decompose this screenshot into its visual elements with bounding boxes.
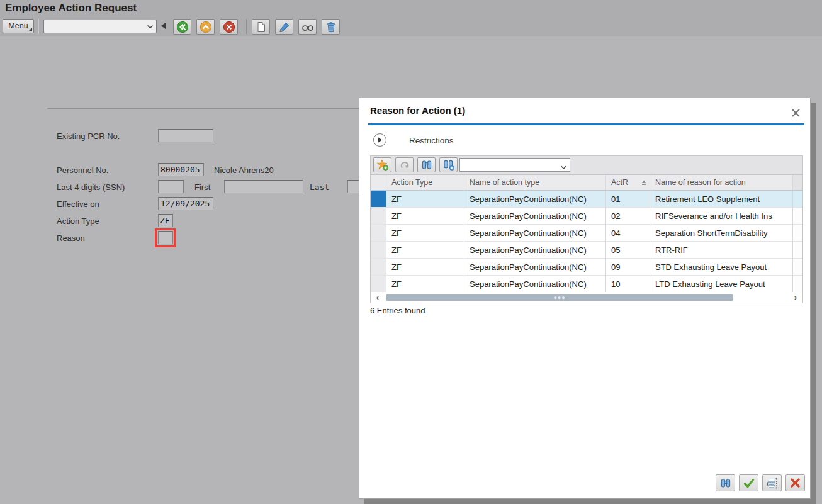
vertical-scrollbar-track[interactable] [793,208,802,225]
scroll-right-arrow-icon[interactable]: › [789,293,802,302]
horizontal-scrollbar-thumb[interactable]: ●●● [386,294,733,301]
table-row[interactable]: ZF SeparationPayContinuation(NC) 02 RIFS… [371,208,802,225]
cell-reason-name: LTD Exhausting Leave Payout [650,276,793,293]
vertical-scrollbar-header [793,175,802,191]
reason-for-action-dialog: Reason for Action (1) Restrictions [359,98,811,499]
cell-name-of-action-type: SeparationPayContinuation(NC) [464,276,606,293]
vertical-scrollbar-track[interactable] [793,191,802,208]
first-name-label: First [194,182,210,192]
table-row[interactable]: ZF SeparationPayContinuation(NC) 09 STD … [371,259,802,276]
display-button[interactable] [298,19,317,35]
row-selector-cell[interactable] [371,225,386,242]
toolbar-divider [246,19,247,34]
display-icon [301,21,315,33]
row-selector-cell[interactable] [371,208,386,225]
toolbar-divider [38,19,38,34]
action-type-label: Action Type [57,216,99,226]
table-row[interactable]: ZF SeparationPayContinuation(NC) 01 Reti… [371,191,802,208]
vertical-scrollbar-track[interactable] [793,276,802,293]
horizontal-scrollbar: ‹ ●●● › [370,292,803,303]
personnel-name-text: Nicole Ahrens20 [214,165,274,175]
column-header-action-type[interactable]: Action Type [386,175,464,191]
cell-name-of-action-type: SeparationPayContinuation(NC) [464,259,606,276]
row-selector-cell[interactable] [371,276,386,293]
find-icon [420,159,433,171]
column-header-actr-label: ActR [611,178,628,187]
existing-pcr-label: Existing PCR No. [57,132,120,141]
first-name-field[interactable] [224,180,303,193]
cell-actr: 05 [606,242,650,259]
cancel-button[interactable] [220,19,238,35]
ssn-label: Last 4 digits (SSN) [57,182,125,192]
cell-action-type: ZF [386,242,464,259]
command-combobox[interactable] [43,20,157,33]
vertical-scrollbar-track[interactable] [793,225,802,242]
vertical-scrollbar-track[interactable] [793,259,802,276]
app-header: Employee Action Request Menu [0,0,822,36]
cell-actr: 09 [606,259,650,276]
menu-button[interactable]: Menu [3,19,34,33]
horizontal-scrollbar-track[interactable]: ●●● [385,294,789,301]
vertical-scrollbar-track[interactable] [793,242,802,259]
row-selector-cell[interactable] [371,242,386,259]
effective-on-field[interactable] [158,197,213,210]
scroll-left-arrow-icon[interactable]: ‹ [371,293,385,302]
cell-reason-name: RIFSeverance and/or Health Ins [650,208,793,225]
delete-icon [325,21,337,33]
restrictions-label: Restrictions [409,136,454,145]
action-type-field[interactable] [158,214,173,227]
delete-button[interactable] [322,19,340,35]
dialog-close-button[interactable] [789,106,802,120]
sort-ascending-icon [641,180,646,186]
dialog-print-button[interactable] [762,474,782,491]
personnel-no-label: Personnel No. [57,165,108,175]
page-title: Employee Action Request [5,2,137,14]
effective-on-label: Effective on [57,199,99,209]
dialog-find-button[interactable] [716,474,735,491]
row-selector-cell[interactable] [371,191,386,208]
collapse-history-button[interactable] [159,21,167,32]
personal-list-delete-button[interactable] [395,157,414,172]
create-button[interactable] [252,19,270,35]
dialog-cancel-button[interactable] [785,474,805,491]
back-button[interactable] [173,19,191,35]
restrictions-expander-button[interactable] [373,133,386,147]
cell-reason-name: Separation ShortTermDisability [650,225,793,242]
personal-list-insert-button[interactable] [373,157,391,172]
results-table: Action Type Name of action type ActR Nam… [370,174,803,293]
find-button[interactable] [417,157,436,172]
table-row[interactable]: ZF SeparationPayContinuation(NC) 05 RTR-… [371,242,802,259]
menu-corner-icon [28,28,32,31]
cell-action-type: ZF [386,276,464,293]
table-row[interactable]: ZF SeparationPayContinuation(NC) 04 Sepa… [371,225,802,242]
reason-label: Reason [57,233,85,243]
personal-list-delete-icon [398,159,411,171]
exit-button[interactable] [196,19,215,35]
print-icon [765,477,779,490]
column-header-name-of-action-type[interactable]: Name of action type [464,175,606,191]
cell-actr: 10 [606,276,650,293]
table-row[interactable]: ZF SeparationPayContinuation(NC) 10 LTD … [371,276,802,293]
dialog-separator [368,152,804,152]
triangle-right-icon [377,137,383,143]
last-name-label: Last [310,182,329,192]
back-icon [176,21,189,33]
ssn-field[interactable] [158,180,184,193]
cell-action-type: ZF [386,225,464,242]
cell-actr: 01 [606,191,650,208]
chevron-down-icon [147,22,154,31]
column-header-actr[interactable]: ActR [606,175,650,191]
existing-pcr-field[interactable] [158,129,213,142]
personnel-no-field[interactable] [158,163,204,176]
value-list-combobox[interactable] [459,158,570,172]
edit-button[interactable] [275,19,293,35]
reason-field[interactable] [158,231,173,244]
triangle-left-icon [160,22,166,30]
find-next-button[interactable] [439,157,458,172]
dialog-title-underline [368,123,804,125]
cell-reason-name: Retirement LEO Supplement [650,191,793,208]
dialog-accept-button[interactable] [739,474,758,491]
find-next-icon [442,159,455,171]
row-selector-cell[interactable] [371,259,386,276]
column-header-name-of-reason[interactable]: Name of reason for action [650,175,793,191]
